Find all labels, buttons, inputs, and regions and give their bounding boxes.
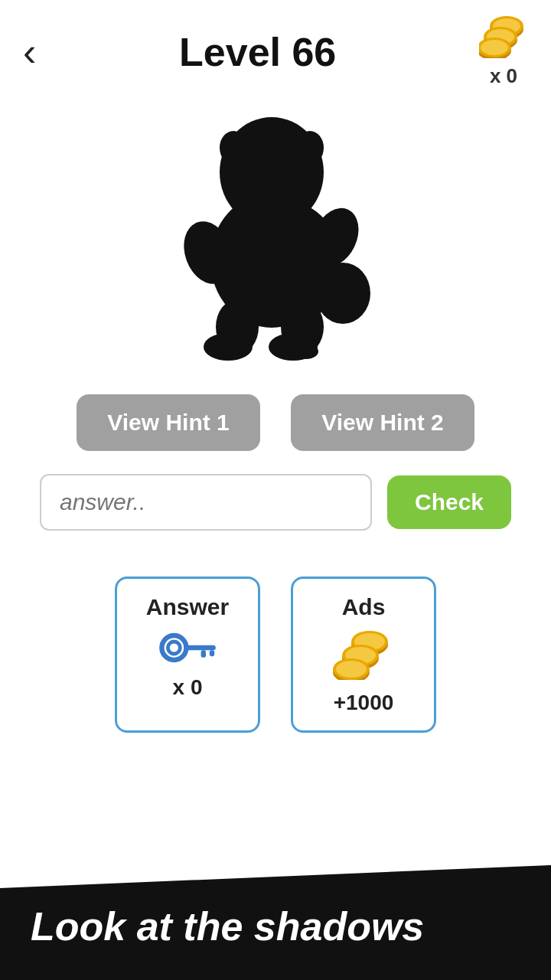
- svg-rect-27: [210, 650, 214, 656]
- svg-point-20: [221, 344, 246, 359]
- coins-icon: [479, 15, 528, 64]
- coins-count: x 0: [490, 64, 517, 88]
- back-button[interactable]: ‹: [23, 32, 36, 72]
- hint2-button[interactable]: View Hint 2: [291, 394, 474, 451]
- svg-rect-25: [184, 645, 216, 650]
- svg-point-24: [168, 642, 180, 654]
- bottom-banner: Look at the shadows: [0, 865, 551, 980]
- coins-stack-icon: [479, 15, 528, 58]
- coins-display: x 0: [479, 15, 528, 88]
- hint1-button[interactable]: View Hint 1: [77, 394, 260, 451]
- check-button[interactable]: Check: [387, 475, 511, 529]
- svg-point-22: [294, 344, 318, 359]
- level-title: Level 66: [179, 29, 336, 75]
- svg-point-36: [336, 661, 367, 678]
- header: ‹ Level 66 x 0: [0, 0, 551, 96]
- powerup-row: Answer x 0 Ads: [0, 561, 551, 763]
- ads-card-count: +1000: [334, 691, 394, 715]
- answer-card-count: x 0: [173, 675, 203, 700]
- answer-powerup-card[interactable]: Answer x 0: [115, 577, 260, 733]
- key-icon: [157, 631, 218, 665]
- banner-text: Look at the shadows: [31, 903, 520, 949]
- svg-point-11: [296, 131, 324, 165]
- ads-card-label: Ads: [342, 594, 386, 620]
- hint-buttons: View Hint 1 View Hint 2: [0, 394, 551, 474]
- ads-powerup-card[interactable]: Ads +1000: [291, 577, 436, 733]
- answer-card-label: Answer: [146, 594, 229, 620]
- coins-pile-icon: [333, 631, 394, 680]
- svg-point-10: [220, 131, 247, 165]
- answer-input[interactable]: [40, 474, 372, 531]
- svg-rect-26: [201, 650, 206, 658]
- svg-point-23: [161, 635, 186, 660]
- answer-row: Check: [0, 474, 551, 561]
- svg-point-18: [315, 263, 370, 324]
- silhouette-area: [0, 96, 551, 394]
- svg-point-8: [481, 40, 508, 55]
- pokemon-silhouette: [153, 111, 398, 371]
